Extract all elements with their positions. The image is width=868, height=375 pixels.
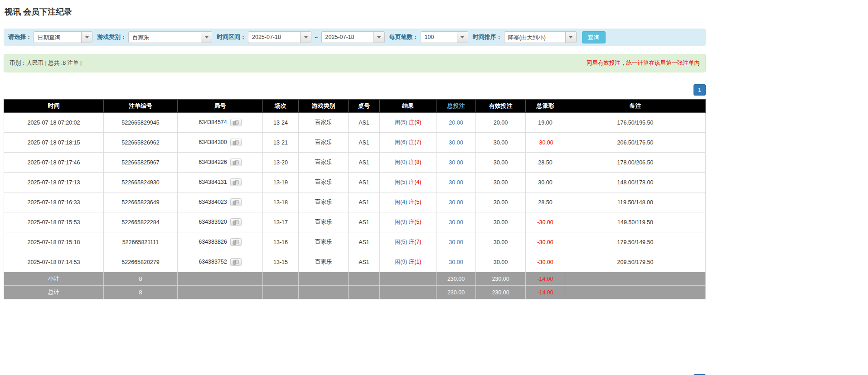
round-number: 634383920 (199, 219, 227, 225)
date-to-value: 2025-07-18 (322, 32, 373, 43)
payout-cell: 28.50 (526, 192, 565, 212)
valid-bet-cell: 30.00 (476, 232, 526, 252)
total-bet-link[interactable]: 20.00 (449, 120, 463, 126)
game-type-value: 百家乐 (129, 32, 201, 43)
result-player: 闲(6) (394, 139, 407, 145)
round-result-button[interactable] (230, 119, 242, 126)
total-bet-cell: 30.00 (436, 192, 476, 212)
total-bet-cell: 30.00 (436, 212, 476, 232)
total-bet-link[interactable]: 30.00 (449, 159, 463, 166)
total-bet-link[interactable]: 30.00 (449, 199, 463, 206)
total-payout: -14.00 (526, 286, 565, 299)
result-banker: 庄(7) (409, 139, 422, 145)
date-to-caret-button[interactable] (373, 32, 384, 43)
game-type-cell: 百家乐 (299, 212, 349, 232)
total-bet-link[interactable]: 30.00 (449, 139, 463, 146)
total-total-bet: 230.00 (436, 286, 476, 299)
date-from-caret-button[interactable] (300, 32, 311, 43)
round-result-button[interactable] (230, 218, 242, 226)
result-cell: 闲(0) 庄(8) (380, 153, 436, 173)
game-type-cell: 百家乐 (299, 113, 349, 133)
round-result-button[interactable] (230, 178, 242, 186)
query-type-select[interactable]: 日期查询 (34, 31, 92, 43)
round-result-button[interactable] (230, 139, 242, 146)
total-bet-cell: 30.00 (436, 173, 476, 192)
query-type-caret-button[interactable] (81, 32, 92, 43)
table-no-cell: AS1 (349, 153, 380, 173)
round-result-button[interactable] (230, 238, 242, 246)
time-sort-select[interactable]: 降幂(由大到小) (504, 31, 577, 43)
round-cell: 634384023 (178, 192, 263, 212)
time-sort-caret-button[interactable] (565, 32, 576, 43)
result-player: 闲(9) (394, 259, 407, 265)
valid-bet-cell: 30.00 (476, 173, 526, 192)
game-type-cell: 百家乐 (299, 153, 349, 173)
result-player: 闲(9) (394, 219, 407, 225)
video-result-icon (233, 160, 239, 165)
total-bet-cell: 30.00 (436, 153, 476, 173)
total-bet-cell: 30.00 (436, 252, 476, 272)
time-cell: 2025-07-18 07:16:33 (4, 192, 104, 212)
video-result-icon (233, 120, 239, 125)
total-bet-link[interactable]: 30.00 (449, 239, 463, 245)
game-type-caret-button[interactable] (201, 32, 212, 43)
time-cell: 2025-07-18 07:17:46 (4, 153, 104, 173)
round-number: 634384574 (199, 119, 227, 125)
remark-cell: 206.50/176.50 (565, 133, 706, 153)
time-cell: 2025-07-18 07:15:53 (4, 212, 104, 232)
valid-bet-note-text: 同局有效投注，统一计算在该局第一张注单内 (587, 59, 700, 67)
col-header-valid-bet: 有效投注 (476, 100, 526, 113)
video-result-icon (233, 140, 239, 145)
table-no-cell: AS1 (349, 192, 380, 212)
col-header-result: 结果 (380, 100, 436, 113)
date-to-select[interactable]: 2025-07-18 (321, 31, 385, 43)
subtotal-valid-bet: 230.00 (476, 272, 526, 286)
col-header-session: 场次 (263, 100, 299, 113)
remark-cell: 119.50/148.00 (565, 192, 706, 212)
chevron-down-icon (304, 36, 308, 38)
session-cell: 13-20 (263, 153, 299, 173)
round-cell: 634383752 (178, 252, 263, 272)
table-row: 2025-07-18 07:15:18522665821111634383826… (4, 232, 706, 252)
payout-cell: -30.00 (526, 212, 565, 232)
search-button[interactable]: 查询 (582, 31, 606, 43)
total-bet-link[interactable]: 30.00 (449, 179, 463, 186)
page-size-caret-button[interactable] (457, 32, 468, 43)
round-number: 634383752 (199, 259, 227, 265)
date-from-value: 2025-07-18 (248, 32, 300, 43)
round-result-button[interactable] (230, 198, 242, 206)
page-size-select[interactable]: 100 (421, 31, 468, 43)
valid-bet-cell: 30.00 (476, 192, 526, 212)
table-no-cell: AS1 (349, 173, 380, 192)
remark-cell: 148.00/178.00 (565, 173, 706, 192)
round-cell: 634384226 (178, 153, 263, 173)
round-cell: 634384300 (178, 133, 263, 153)
game-type-select[interactable]: 百家乐 (128, 31, 212, 43)
round-result-button[interactable] (230, 159, 242, 166)
remark-cell: 209.50/179.50 (565, 252, 706, 272)
result-cell: 闲(9) 庄(1) (380, 252, 436, 272)
table-header-row: 时间 注单编号 局号 场次 游戏类别 桌号 结果 总投注 有效投注 总派彩 备注 (4, 100, 706, 113)
col-header-time: 时间 (4, 100, 104, 113)
page-1-button[interactable]: 1 (693, 84, 706, 96)
table-row: 2025-07-18 07:17:13522665824930634384131… (4, 173, 706, 192)
total-bet-link[interactable]: 30.00 (449, 219, 463, 226)
total-bet-link[interactable]: 30.00 (449, 259, 463, 265)
round-number: 634384131 (199, 179, 227, 185)
video-result-icon (233, 200, 239, 205)
empty-cell (380, 286, 436, 299)
summary-info-bar: 币别：人民币 | 总共 :8 注单 | 同局有效投注，统一计算在该局第一张注单内 (4, 54, 706, 72)
result-cell: 闲(5) 庄(7) (380, 232, 436, 252)
bet-id-cell: 522665826962 (104, 133, 178, 153)
subtotal-total-bet: 230.00 (436, 272, 476, 286)
date-from-select[interactable]: 2025-07-18 (248, 31, 311, 43)
game-type-cell: 百家乐 (299, 192, 349, 212)
time-cell: 2025-07-18 07:17:13 (4, 173, 104, 192)
session-cell: 13-19 (263, 173, 299, 192)
table-row: 2025-07-18 07:20:02522665829945634384574… (4, 113, 706, 133)
valid-bet-cell: 20.00 (476, 113, 526, 133)
valid-bet-cell: 30.00 (476, 153, 526, 173)
game-type-cell: 百家乐 (299, 173, 349, 192)
round-result-button[interactable] (230, 258, 242, 266)
payout-cell: -30.00 (526, 232, 565, 252)
